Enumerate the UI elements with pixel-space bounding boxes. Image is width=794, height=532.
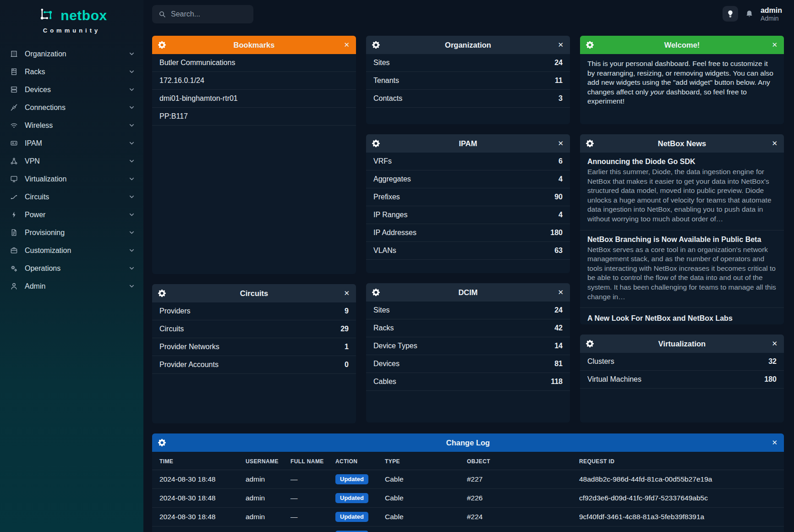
stat-label[interactable]: IP Addresses	[373, 229, 416, 237]
stat-label[interactable]: Sites	[373, 306, 390, 314]
stat-label[interactable]: Aggregates	[373, 175, 411, 183]
bookmark-label[interactable]: 172.16.0.1/24	[159, 77, 204, 85]
notifications-button[interactable]	[745, 10, 754, 18]
stat-row[interactable]: VRFs6	[366, 153, 570, 170]
change-object-link[interactable]: #226	[462, 489, 575, 508]
stat-label[interactable]: Circuits	[159, 325, 184, 333]
bookmark-item[interactable]: 172.16.0.1/24	[152, 72, 356, 90]
change-time-link[interactable]: 2024-08-30 18:48	[152, 508, 241, 527]
theme-toggle-button[interactable]	[723, 6, 738, 22]
news-item-title[interactable]: Announcing the Diode Go SDK	[587, 158, 777, 166]
bookmark-item[interactable]: Butler Communications	[152, 54, 356, 72]
sidebar-item-power[interactable]: Power	[0, 206, 143, 224]
stat-label[interactable]: Provider Networks	[159, 343, 219, 351]
sidebar-item-provisioning[interactable]: Provisioning	[0, 224, 143, 241]
close-icon[interactable]: ✕	[558, 288, 564, 296]
news-item-title[interactable]: A New Look For NetBox and NetBox Labs	[587, 314, 777, 323]
sidebar-item-devices[interactable]: Devices	[0, 81, 143, 99]
stat-row[interactable]: Sites24	[366, 54, 570, 72]
stat-row[interactable]: Provider Networks1	[152, 338, 356, 356]
gear-icon[interactable]	[586, 140, 594, 148]
stat-label[interactable]: Contacts	[373, 94, 402, 103]
gear-icon[interactable]	[586, 340, 594, 348]
close-icon[interactable]: ✕	[772, 41, 778, 49]
sidebar-item-virtualization[interactable]: Virtualization	[0, 170, 143, 188]
change-request-id-link[interactable]: 48ad8b2c-986d-44fd-81ca-00d55b27e19a	[575, 470, 784, 489]
change-time-link[interactable]: 2024-08-30 18:48	[152, 489, 241, 508]
close-icon[interactable]: ✕	[344, 289, 350, 297]
stat-label[interactable]: Providers	[159, 307, 191, 315]
change-object-link[interactable]: #227	[462, 470, 575, 489]
sidebar-item-ipam[interactable]: IPAM	[0, 134, 143, 152]
stat-row[interactable]: Clusters32	[580, 353, 784, 371]
stat-label[interactable]: IP Ranges	[373, 211, 407, 219]
stat-row[interactable]: Provider Accounts0	[152, 356, 356, 374]
change-request-id-link[interactable]: cf92d3e6-d09d-41fc-9fd7-52337649ab5c	[575, 489, 784, 508]
stat-label[interactable]: Prefixes	[373, 193, 400, 201]
stat-label[interactable]: Clusters	[587, 357, 614, 366]
gear-icon[interactable]	[158, 439, 166, 447]
search-input[interactable]	[171, 10, 235, 18]
stat-row[interactable]: Cables118	[366, 373, 570, 391]
gear-icon[interactable]	[372, 140, 380, 148]
close-icon[interactable]: ✕	[344, 41, 350, 49]
sidebar-item-racks[interactable]: Racks	[0, 63, 143, 81]
stat-row[interactable]: VLANs63	[366, 242, 570, 260]
stat-row[interactable]: Racks42	[366, 319, 570, 337]
stat-row[interactable]: Prefixes90	[366, 188, 570, 206]
close-icon[interactable]: ✕	[558, 139, 564, 148]
sidebar-item-vpn[interactable]: VPN	[0, 152, 143, 170]
close-icon[interactable]: ✕	[772, 439, 778, 447]
stat-row[interactable]: Contacts3	[366, 90, 570, 108]
sidebar-item-organization[interactable]: Organization	[0, 45, 143, 63]
close-icon[interactable]: ✕	[772, 139, 778, 148]
search-box[interactable]	[152, 5, 253, 23]
stat-row[interactable]: Virtual Machines180	[580, 371, 784, 389]
bookmark-label[interactable]: Butler Communications	[159, 59, 235, 67]
stat-row[interactable]: Devices81	[366, 355, 570, 373]
sidebar-item-wireless[interactable]: Wireless	[0, 116, 143, 134]
sidebar-item-connections[interactable]: Connections	[0, 99, 143, 116]
stat-label[interactable]: Virtual Machines	[587, 375, 641, 384]
gear-icon[interactable]	[586, 41, 594, 49]
brand[interactable]: netbox Community	[0, 0, 143, 34]
news-item-title[interactable]: NetBox Branching is Now Available in Pub…	[587, 236, 777, 244]
stat-row[interactable]: Aggregates4	[366, 170, 570, 188]
bookmark-item[interactable]: PP:B117	[152, 108, 356, 126]
bookmark-item[interactable]: dmi01-binghamton-rtr01	[152, 90, 356, 108]
sidebar-item-circuits[interactable]: Circuits	[0, 188, 143, 206]
sidebar-item-admin[interactable]: Admin	[0, 277, 143, 295]
stat-label[interactable]: Devices	[373, 360, 400, 368]
stat-label[interactable]: Device Types	[373, 342, 417, 350]
stat-label[interactable]: Racks	[373, 324, 394, 332]
close-icon[interactable]: ✕	[772, 340, 778, 348]
stat-row[interactable]: Circuits29	[152, 320, 356, 338]
stat-row[interactable]: Tenants11	[366, 72, 570, 90]
stat-label[interactable]: Cables	[373, 378, 396, 386]
change-object-link[interactable]: #224	[462, 527, 575, 532]
stat-label[interactable]: VLANs	[373, 247, 396, 255]
gear-icon[interactable]	[158, 41, 166, 49]
change-request-id-link[interactable]: 9cf40fdf-3461-4c88-81a3-5feb39f8391a	[575, 508, 784, 527]
change-request-id-link[interactable]: 7c3c4c3c-ccc9-47f2-89f6-f99391c997c2	[575, 527, 784, 532]
stat-row[interactable]: Providers9	[152, 302, 356, 320]
sidebar-item-operations[interactable]: Operations	[0, 259, 143, 277]
user-menu[interactable]: admin Admin	[761, 6, 782, 22]
gear-icon[interactable]	[158, 290, 166, 297]
stat-label[interactable]: Provider Accounts	[159, 361, 219, 369]
stat-row[interactable]: Device Types14	[366, 337, 570, 355]
stat-row[interactable]: IP Addresses180	[366, 224, 570, 242]
stat-row[interactable]: Sites24	[366, 302, 570, 319]
bookmark-label[interactable]: PP:B117	[159, 112, 188, 121]
stat-label[interactable]: VRFs	[373, 157, 392, 165]
stat-row[interactable]: IP Ranges4	[366, 206, 570, 224]
sidebar-item-customization[interactable]: Customization	[0, 241, 143, 259]
stat-label[interactable]: Sites	[373, 59, 390, 67]
bookmark-label[interactable]: dmi01-binghamton-rtr01	[159, 94, 238, 103]
change-time-link[interactable]: 2024-08-30 18:48	[152, 470, 241, 489]
close-icon[interactable]: ✕	[558, 41, 564, 49]
gear-icon[interactable]	[372, 289, 380, 296]
change-object-link[interactable]: #224	[462, 508, 575, 527]
gear-icon[interactable]	[372, 41, 380, 49]
change-time-link[interactable]: 2024-08-30 18:47	[152, 527, 241, 532]
